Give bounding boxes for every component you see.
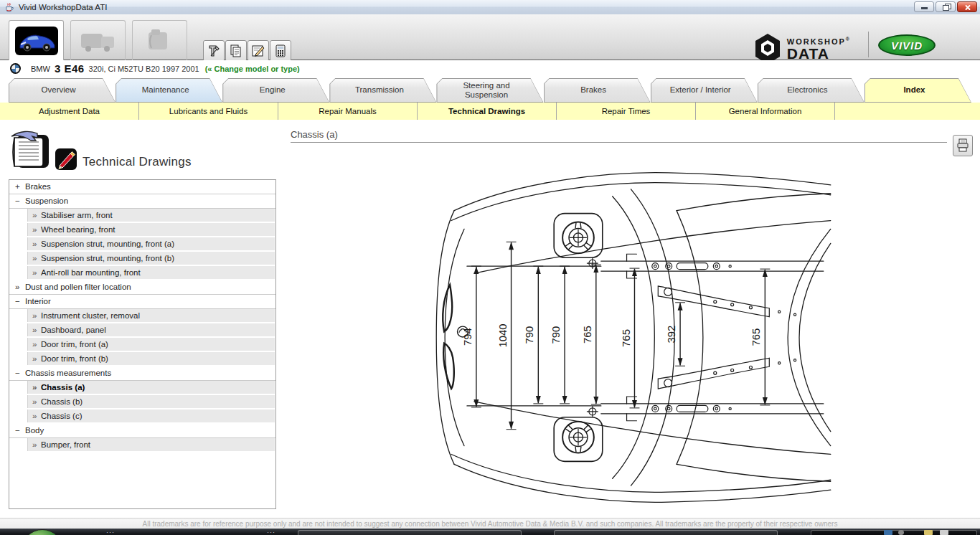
tree-item-label: Door trim, front (b) bbox=[41, 354, 108, 363]
tree-item-label: Body bbox=[25, 426, 44, 435]
subtab-general-information[interactable]: General Information bbox=[696, 103, 835, 120]
tree-item-suspension-strut-mounting-front-b[interactable]: »Suspension strut, mounting, front (b) bbox=[27, 252, 275, 265]
car-icon bbox=[15, 27, 58, 55]
tree-item-label: Dashboard, panel bbox=[41, 326, 106, 334]
tree-item-marker: » bbox=[32, 209, 41, 222]
tree-item-marker: − bbox=[15, 366, 25, 380]
tree-item-marker: » bbox=[32, 338, 41, 351]
subtab-label: Repair Manuals bbox=[319, 107, 377, 115]
copy-button[interactable] bbox=[225, 40, 247, 62]
tree-item-instrument-cluster-removal[interactable]: »Instrument cluster, removal bbox=[27, 309, 275, 322]
vehicle-type-tab-car[interactable] bbox=[9, 20, 64, 60]
print-button[interactable] bbox=[953, 135, 973, 156]
tree-item-chassis-b[interactable]: »Chassis (b) bbox=[27, 395, 275, 408]
subtab-lubricants-and-fluids[interactable]: Lubricants and Fluids bbox=[139, 103, 278, 120]
tree-item-dashboard-panel[interactable]: »Dashboard, panel bbox=[27, 323, 275, 336]
start-orb-icon[interactable] bbox=[22, 529, 63, 535]
tree-item-door-trim-front-b[interactable]: »Door trim, front (b) bbox=[27, 352, 275, 365]
tab-electronics[interactable]: Electronics bbox=[758, 78, 864, 103]
tree-item-marker: » bbox=[32, 381, 41, 394]
tree-item-brakes[interactable]: +Brakes bbox=[9, 180, 275, 194]
sidebar-header: Technical Drawings bbox=[9, 126, 274, 176]
tree-item-suspension[interactable]: −Suspension bbox=[9, 194, 275, 209]
dimension-label: 765 bbox=[582, 326, 593, 344]
subtab-technical-drawings[interactable]: Technical Drawings bbox=[418, 103, 557, 120]
subtab-label: Lubricants and Fluids bbox=[169, 107, 248, 115]
content-title-rule bbox=[291, 142, 947, 143]
tree-item-marker: − bbox=[15, 194, 25, 208]
vivid-logo-text: VIVID bbox=[891, 39, 923, 52]
tree-item-marker: » bbox=[32, 438, 41, 451]
subtab-label: General Information bbox=[729, 107, 802, 115]
taskbar-button[interactable] bbox=[811, 530, 977, 535]
close-button[interactable] bbox=[957, 1, 977, 12]
calculator-button[interactable] bbox=[270, 40, 291, 62]
vehicle-model: 3 E46 bbox=[55, 62, 85, 75]
windows-taskbar[interactable]: ··· ··· bbox=[0, 529, 980, 535]
tree-item-dust-and-pollen-filter-location[interactable]: »Dust and pollen filter location bbox=[9, 280, 275, 295]
vivid-logo: VIVID bbox=[878, 34, 936, 56]
tree-item-interior[interactable]: −Interior bbox=[9, 295, 275, 309]
tree-item-suspension-strut-mounting-front-a[interactable]: »Suspension strut, mounting, front (a) bbox=[27, 237, 275, 250]
taskbar-button[interactable] bbox=[298, 530, 522, 535]
change-model-link[interactable]: (« Change model or type) bbox=[205, 65, 300, 73]
tree-item-label: Suspension bbox=[25, 197, 68, 205]
tab-brakes[interactable]: Brakes bbox=[544, 78, 651, 103]
tree-item-chassis-a[interactable]: »Chassis (a) bbox=[27, 381, 275, 394]
tab-overview[interactable]: Overview bbox=[9, 78, 116, 103]
tree-item-label: Suspension strut, mounting, front (b) bbox=[41, 254, 174, 262]
dimension-765: 765 bbox=[582, 265, 601, 404]
minimize-button[interactable] bbox=[914, 1, 934, 12]
tree-item-anti-roll-bar-mounting-front[interactable]: »Anti-roll bar mounting, front bbox=[27, 266, 275, 279]
tab-engine[interactable]: Engine bbox=[222, 78, 329, 103]
dimension-1040: 1040 bbox=[497, 242, 517, 429]
tree-item-marker: » bbox=[32, 223, 41, 236]
tab-transmission[interactable]: Transmission bbox=[329, 78, 436, 103]
tree-item-chassis-c[interactable]: »Chassis (c) bbox=[27, 409, 275, 422]
tree-item-marker: » bbox=[32, 352, 41, 365]
subtab-repair-times[interactable]: Repair Times bbox=[557, 103, 696, 120]
vehicle-type-tab-truck[interactable] bbox=[70, 20, 126, 60]
tray-icon[interactable] bbox=[898, 530, 904, 535]
tree-item-marker: − bbox=[15, 295, 25, 308]
tree-item-chassis-measurements[interactable]: −Chassis measurements bbox=[9, 366, 275, 381]
subtab-adjustment-data[interactable]: Adjustment Data bbox=[0, 103, 139, 120]
tree-item-label: Dust and pollen filter location bbox=[25, 283, 131, 291]
toolbar: WORKSHOP® DATA VIVID bbox=[0, 14, 980, 60]
dimension-label: 790 bbox=[524, 326, 535, 344]
notes-button[interactable] bbox=[248, 40, 269, 62]
tab-maintenance[interactable]: Maintenance bbox=[116, 78, 222, 103]
tree-item-label: Anti-roll bar mounting, front bbox=[41, 268, 141, 277]
tree-item-label: Stabiliser arm, front bbox=[41, 211, 113, 219]
tab-label: Steering and Suspension bbox=[444, 81, 528, 100]
subtab-repair-manuals[interactable]: Repair Manuals bbox=[278, 103, 418, 120]
tab-label: Index bbox=[903, 85, 925, 95]
disclaimer-text: All trademarks are for reference purpose… bbox=[143, 520, 838, 528]
taskbar-button[interactable] bbox=[554, 530, 778, 535]
tree-item-label: Chassis (b) bbox=[41, 397, 83, 406]
main-tab-bar: OverviewMaintenanceEngineTransmissionSte… bbox=[0, 77, 980, 103]
tree-item-label: Suspension strut, mounting, front (a) bbox=[41, 240, 174, 248]
tray-icon[interactable] bbox=[940, 530, 948, 535]
tools-button[interactable] bbox=[203, 40, 225, 62]
subtab-label: Repair Times bbox=[602, 107, 651, 115]
tab-exterior-interior[interactable]: Exterior / Interior bbox=[651, 78, 758, 103]
tray-icon[interactable] bbox=[884, 530, 892, 535]
tab-label: Maintenance bbox=[142, 85, 189, 95]
tree-item-stabiliser-arm-front[interactable]: »Stabiliser arm, front bbox=[27, 209, 275, 222]
dimension-label: 1040 bbox=[497, 323, 509, 347]
tray-icon[interactable] bbox=[924, 530, 933, 535]
vehicle-type-tab-equipment[interactable] bbox=[132, 20, 187, 60]
tree-item-wheel-bearing-front[interactable]: »Wheel bearing, front bbox=[27, 223, 275, 236]
tree-item-body[interactable]: −Body bbox=[9, 424, 275, 438]
tree-item-bumper-front[interactable]: »Bumper, front bbox=[27, 438, 275, 451]
dimension-annotations: 7941040790790765765392765 bbox=[462, 242, 770, 429]
tab-steering-and-suspension[interactable]: Steering and Suspension bbox=[436, 78, 543, 103]
tree-item-door-trim-front-a[interactable]: »Door trim, front (a) bbox=[27, 338, 275, 351]
tree-item-label: Bumper, front bbox=[41, 440, 90, 449]
tab-index[interactable]: Index bbox=[864, 78, 971, 103]
restore-button[interactable] bbox=[936, 1, 956, 12]
vehicle-variant: 320i, Ci M52TU B20 1997 2001 bbox=[89, 65, 199, 73]
tree-item-marker: » bbox=[15, 280, 25, 294]
tools-icon bbox=[207, 44, 221, 58]
